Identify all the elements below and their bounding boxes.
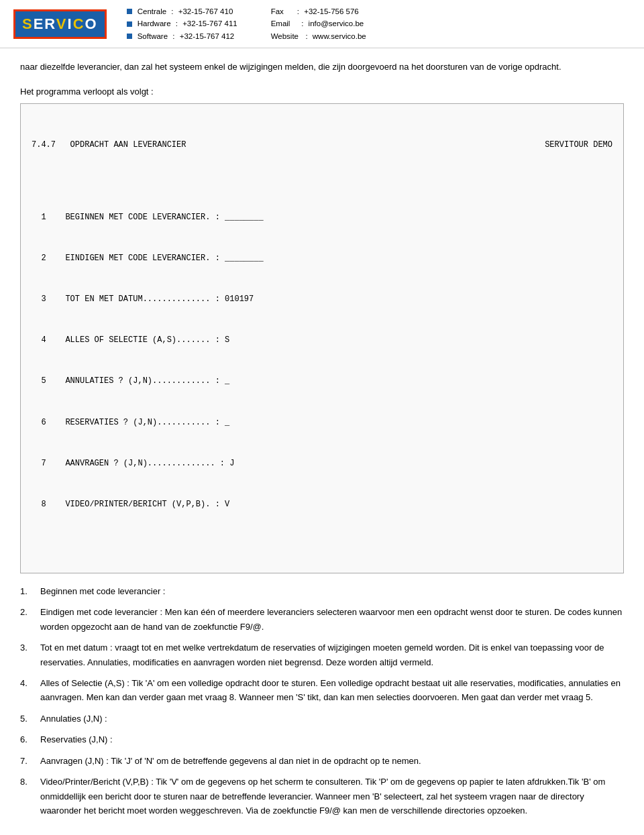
program-label-text: Het programma verloopt als volgt : — [20, 87, 154, 97]
code-title-left: 7.4.7 OPDRACHT AAN LEVERANCIER — [32, 138, 186, 152]
fax-label: Fax — [271, 5, 284, 17]
list-item-1: 1. Beginnen met code leverancier : — [20, 584, 624, 598]
software-value: +32-15-767 412 — [180, 30, 235, 42]
list-item-4: 4. Alles of Selectie (A,S) : Tik 'A' om … — [20, 676, 624, 705]
list-item-7: 7. Aanvragen (J,N) : Tik 'J' of 'N' om d… — [20, 754, 624, 768]
hardware-row: Hardware : +32-15-767 411 — [127, 17, 237, 30]
code-lines: 1 BEGINNEN MET CODE LEVERANCIER. : _____… — [32, 183, 612, 539]
item-5-num: 5. — [20, 712, 40, 726]
item-1-text: Beginnen met code leverancier : — [40, 584, 165, 598]
program-label: Het programma verloopt als volgt : — [20, 87, 624, 97]
code-header: 7.4.7 OPDRACHT AAN LEVERANCIER SERVITOUR… — [32, 138, 612, 152]
logo: SERVICO — [13, 9, 107, 39]
item-7-text: Aanvragen (J,N) : Tik 'J' of 'N' om de b… — [40, 754, 421, 768]
numbered-list: 1. Beginnen met code leverancier : 2. Ei… — [20, 584, 624, 818]
item-8-num: 8. — [20, 775, 40, 789]
item-4-num: 4. — [20, 676, 40, 690]
software-bullet — [127, 34, 132, 39]
email-value: info@servico.be — [309, 17, 364, 30]
logo-area: SERVICO — [13, 9, 107, 39]
code-line-4: 4 ALLES OF SELECTIE (A,S)....... : S — [32, 333, 612, 347]
contact-left: Centrale : +32-15-767 410 Hardware : +32… — [127, 5, 237, 42]
code-line-2: 2 EINDIGEN MET CODE LEVERANCIER. : _____… — [32, 252, 612, 265]
centrale-bullet — [127, 9, 132, 14]
website-label: Website — [271, 30, 299, 42]
fax-value: +32-15-756 576 — [304, 5, 359, 17]
code-line-1: 1 BEGINNEN MET CODE LEVERANCIER. : _____… — [32, 211, 612, 224]
code-title-right: SERVITOUR DEMO — [545, 138, 612, 152]
item-3-text: Tot en met datum : vraagt tot en met wel… — [40, 641, 624, 669]
website-row: Website : www.servico.be — [271, 30, 366, 42]
software-label: Software — [138, 30, 168, 42]
item-4-text: Alles of Selectie (A,S) : Tik 'A' om een… — [40, 676, 624, 705]
hardware-label: Hardware — [138, 17, 171, 30]
item-5-text: Annulaties (J,N) : — [40, 712, 107, 726]
centrale-value: +32-15-767 410 — [178, 5, 233, 17]
item-2-text: Eindigen met code leverancier : Men kan … — [40, 605, 624, 634]
list-item-3: 3. Tot en met datum : vraagt tot en met … — [20, 641, 624, 669]
list-item-5: 5. Annulaties (J,N) : — [20, 712, 624, 726]
intro-text: naar diezelfde leverancier, dan zal het … — [20, 62, 561, 72]
contact-right: Fax : +32-15-756 576 Email : info@servic… — [271, 5, 366, 42]
centrale-row: Centrale : +32-15-767 410 — [127, 5, 237, 17]
item-3-num: 3. — [20, 641, 40, 655]
main-content: naar diezelfde leverancier, dan zal het … — [0, 48, 644, 835]
item-6-num: 6. — [20, 732, 40, 746]
software-row: Software : +32-15-767 412 — [127, 30, 237, 42]
hardware-value: +32-15-767 411 — [182, 17, 237, 30]
code-line-8: 8 VIDEO/PRINTER/BERICHT (V,P,B). : V — [32, 498, 612, 511]
code-line-3: 3 TOT EN MET DATUM.............. : 01019… — [32, 292, 612, 306]
fax-row: Fax : +32-15-756 576 — [271, 5, 366, 17]
code-line-5: 5 ANNULATIES ? (J,N)............ : _ — [32, 374, 612, 388]
website-value: www.servico.be — [313, 30, 366, 42]
code-line-7: 7 AANVRAGEN ? (J,N).............. : J — [32, 457, 612, 470]
code-block: 7.4.7 OPDRACHT AAN LEVERANCIER SERVITOUR… — [20, 103, 624, 573]
item-2-num: 2. — [20, 605, 40, 619]
item-7-num: 7. — [20, 754, 40, 768]
email-row: Email : info@servico.be — [271, 17, 366, 30]
list-item-6: 6. Reservaties (J,N) : — [20, 732, 624, 746]
item-1-num: 1. — [20, 584, 40, 598]
intro-paragraph: naar diezelfde leverancier, dan zal het … — [20, 60, 624, 74]
code-line-6: 6 RESERVATIES ? (J,N)........... : _ — [32, 416, 612, 429]
email-label: Email — [271, 17, 290, 30]
hardware-bullet — [127, 21, 132, 27]
list-item-2: 2. Eindigen met code leverancier : Men k… — [20, 605, 624, 634]
item-6-text: Reservaties (J,N) : — [40, 732, 113, 746]
page-header: SERVICO Centrale : +32-15-767 410 Hardwa… — [0, 0, 644, 48]
list-item-8: 8. Video/Printer/Bericht (V,P,B) : Tik '… — [20, 775, 624, 818]
item-8-text: Video/Printer/Bericht (V,P,B) : Tik 'V' … — [40, 775, 624, 818]
centrale-label: Centrale — [138, 5, 166, 17]
